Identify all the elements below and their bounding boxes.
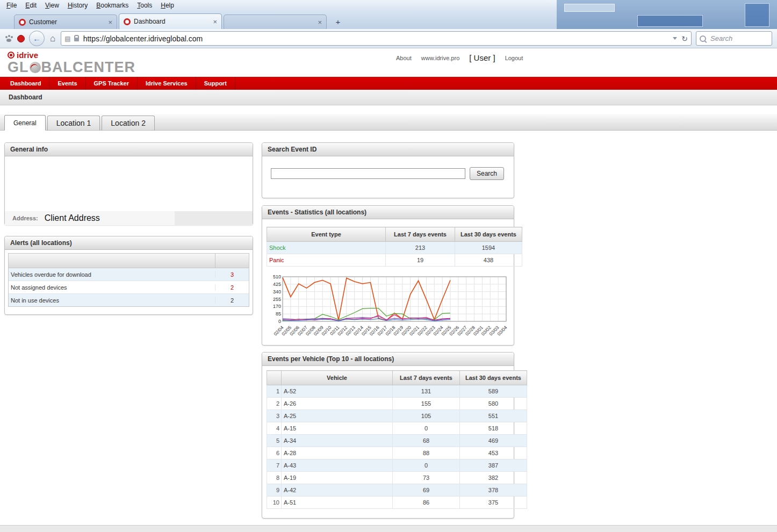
- nav-idrive-services[interactable]: Idrive Services: [138, 77, 196, 90]
- addon-record-icon[interactable]: [17, 35, 25, 42]
- d7-cell: 0: [393, 459, 460, 472]
- background-window-artifact: [557, 0, 777, 29]
- alert-row: Not in use devices2: [9, 294, 249, 306]
- search-button[interactable]: Search: [470, 167, 504, 180]
- panel-vehicles-header: Events per Vehicle (Top 10 - all locatio…: [262, 353, 514, 366]
- column-header: Vehicle: [282, 371, 393, 385]
- nav-dashboard[interactable]: Dashboard: [2, 77, 49, 90]
- tab-title: Dashboard: [134, 18, 210, 25]
- rank-cell: 3: [267, 410, 282, 422]
- back-button[interactable]: ←: [29, 31, 45, 46]
- url-bar[interactable]: ▤ ↻: [61, 31, 692, 46]
- url-input[interactable]: [82, 34, 670, 44]
- event-type-cell: Shock: [267, 242, 386, 254]
- menu-bookmarks[interactable]: Bookmarks: [92, 2, 133, 9]
- bottom-strip: [0, 525, 777, 532]
- panel-stats-header: Events - Statistics (all locations): [262, 206, 514, 219]
- stats-table: Event typeLast 7 days eventsLast 30 days…: [267, 227, 522, 267]
- site-identity-icon: ▤: [64, 35, 70, 42]
- browser-tab-blank[interactable]: ×: [224, 15, 327, 29]
- reload-icon[interactable]: ↻: [681, 34, 688, 43]
- panel-general-info-header: General info: [5, 143, 253, 156]
- menu-view[interactable]: View: [41, 2, 63, 9]
- events-chart-svg: 02/0402/0502/0602/0702/0802/0902/1002/11…: [267, 274, 509, 342]
- url-dropdown-icon[interactable]: [673, 37, 677, 40]
- addon-paw-icon[interactable]: [5, 35, 13, 42]
- logout-link[interactable]: Logout: [505, 55, 523, 61]
- vehicle-row: 5A-3468469: [267, 435, 527, 447]
- alert-row: Not assigned devices2: [9, 281, 249, 294]
- about-link[interactable]: About: [396, 55, 412, 61]
- address-value: Client Address: [45, 213, 100, 223]
- tab-close-icon[interactable]: ×: [213, 18, 217, 25]
- main-nav: DashboardEventsGPS TrackerIdrive Service…: [0, 77, 777, 90]
- alert-row: Vehicles overdue for download3: [9, 268, 249, 281]
- panel-title: Alerts (all locations): [10, 239, 72, 247]
- panel-general-info: General info Address: Client Address: [4, 142, 253, 225]
- menu-history[interactable]: History: [63, 2, 92, 9]
- rank-cell: 1: [267, 385, 282, 398]
- d30-cell: 382: [460, 472, 527, 484]
- logo-idrive-text: idrive: [17, 51, 38, 60]
- logo-idrive: idrive: [8, 51, 135, 60]
- menu-help[interactable]: Help: [156, 2, 178, 9]
- tab-close-icon[interactable]: ×: [318, 19, 322, 26]
- panel-general-info-body: Address: Client Address: [5, 156, 253, 225]
- vehicle-cell: A-51: [282, 497, 393, 509]
- logo-globalcenter: GLBALCENTER: [8, 60, 135, 75]
- vehicle-row: 1A-52131589: [267, 385, 527, 398]
- column-header: Last 7 days events: [386, 227, 455, 242]
- tab-location-2[interactable]: Location 2: [102, 116, 155, 131]
- menu-file[interactable]: File: [2, 2, 21, 9]
- nav-events[interactable]: Events: [49, 77, 85, 90]
- d7-cell: 213: [386, 242, 455, 254]
- menu-edit[interactable]: Edit: [21, 2, 41, 9]
- svg-text:510: 510: [273, 274, 281, 279]
- d7-cell: 105: [393, 410, 460, 422]
- d30-cell: 580: [460, 398, 527, 410]
- browser-search-input[interactable]: [709, 34, 768, 43]
- vehicle-row: 8A-1973382: [267, 472, 527, 484]
- browser-search[interactable]: [696, 31, 772, 46]
- panel-alerts-body: Vehicles overdue for download3Not assign…: [5, 253, 253, 307]
- panel-search-body: Search: [262, 156, 514, 180]
- column-header: Event type: [267, 227, 386, 242]
- background-window-box: [564, 4, 615, 12]
- panel-search-event: Search Event ID Search: [262, 142, 514, 198]
- tab-close-icon[interactable]: ×: [108, 19, 112, 26]
- stats-row: Panic19438: [267, 254, 522, 267]
- vehicle-cell: A-34: [282, 435, 393, 447]
- logo-left-text: GL: [8, 60, 29, 75]
- browser-tab-customer[interactable]: Customer×: [14, 15, 117, 29]
- d7-cell: 73: [393, 472, 460, 484]
- nav-support[interactable]: Support: [196, 77, 235, 90]
- d30-cell: 589: [460, 385, 527, 398]
- rank-cell: 8: [267, 472, 282, 484]
- home-icon[interactable]: ⌂: [50, 33, 55, 44]
- idrive-icon: [8, 52, 15, 59]
- menu-tools[interactable]: Tools: [133, 2, 156, 9]
- d30-cell: 453: [460, 447, 527, 459]
- user-link[interactable]: [ User ]: [469, 53, 495, 62]
- column-header: Last 7 days events: [393, 371, 460, 385]
- panel-title: Events - Statistics (all locations): [268, 209, 366, 216]
- panel-events-per-vehicle: Events per Vehicle (Top 10 - all locatio…: [262, 352, 514, 519]
- tab-location-1[interactable]: Location 1: [47, 116, 100, 131]
- browser-tab-dashboard[interactable]: Dashboard×: [119, 13, 222, 29]
- panel-vehicles-body: VehicleLast 7 days eventsLast 30 days ev…: [262, 366, 514, 513]
- event-type-cell: Panic: [267, 254, 386, 267]
- nav-gps-tracker[interactable]: GPS Tracker: [86, 77, 138, 90]
- site-link[interactable]: www.idrive.pro: [421, 55, 460, 61]
- alerts-table: Vehicles overdue for download3Not assign…: [8, 253, 249, 307]
- tab-general[interactable]: General: [4, 115, 46, 131]
- tab-favicon-icon: [19, 19, 26, 26]
- svg-text:255: 255: [273, 297, 281, 302]
- alerts-table-header: [9, 254, 249, 268]
- back-arrow-icon: ←: [33, 34, 41, 42]
- d7-cell: 19: [386, 254, 455, 267]
- new-tab-button[interactable]: +: [331, 16, 345, 27]
- site-logo[interactable]: idrive GLBALCENTER: [8, 51, 135, 75]
- vehicle-cell: A-43: [282, 459, 393, 472]
- event-id-input[interactable]: [271, 168, 465, 179]
- d30-cell: 438: [455, 254, 522, 267]
